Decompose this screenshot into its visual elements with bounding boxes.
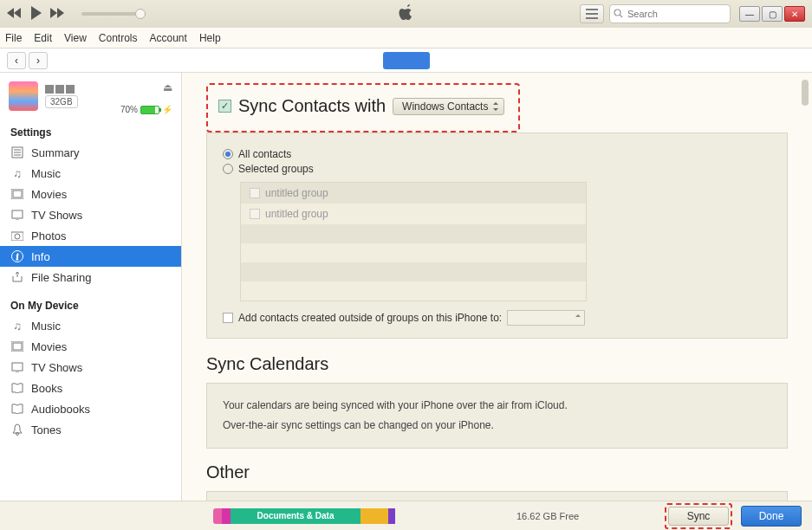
add-outside-dropdown[interactable] (507, 310, 585, 326)
sync-contacts-checkbox[interactable]: ✓ (218, 100, 231, 113)
storage-segment (388, 508, 395, 524)
next-button[interactable] (50, 7, 66, 22)
sidebar-device-movies[interactable]: Movies (0, 336, 181, 357)
radio-label: All contacts (238, 148, 291, 160)
sidebar-item-label: Movies (31, 340, 67, 353)
svg-rect-16 (12, 363, 23, 371)
storage-segment (361, 508, 388, 524)
scrollbar[interactable] (802, 73, 810, 506)
sidebar-device-audiobooks[interactable]: Audiobooks (0, 398, 181, 419)
svg-text:i: i (16, 252, 19, 262)
calendars-line2: Over-the-air sync settings can be change… (223, 416, 771, 436)
maximize-button[interactable]: ▢ (762, 6, 783, 22)
sidebar-item-info[interactable]: iInfo (0, 246, 181, 267)
group-row[interactable]: untitled group (241, 183, 586, 204)
sidebar-item-label: Music (31, 167, 61, 180)
device-pill[interactable] (383, 52, 430, 69)
storage-segment-docs: Documents & Data (231, 508, 361, 524)
sync-contacts-title: Sync Contacts with (238, 96, 386, 116)
calendars-panel: Your calendars are being synced with you… (206, 383, 788, 449)
calendars-line1: Your calendars are being synced with you… (223, 396, 771, 416)
svg-point-11 (15, 234, 20, 239)
volume-slider[interactable] (81, 12, 142, 16)
sidebar-item-label: Movies (31, 188, 67, 201)
menu-edit[interactable]: Edit (34, 32, 52, 44)
group-row[interactable]: untitled group (241, 204, 586, 224)
group-row-empty (241, 243, 586, 262)
info-icon: i (10, 249, 24, 263)
free-space-label: 16.62 GB Free (516, 511, 579, 521)
device-thumbnail (9, 81, 38, 111)
battery-icon (140, 106, 159, 114)
on-my-device-heading: On My Device (0, 294, 181, 315)
storage-segment (213, 508, 222, 524)
menu-account[interactable]: Account (150, 32, 187, 44)
sidebar-item-label: TV Shows (31, 361, 82, 374)
group-row-empty (241, 262, 586, 281)
books-icon (10, 381, 24, 395)
minimize-button[interactable]: — (739, 6, 760, 22)
prev-button[interactable] (7, 7, 23, 22)
svg-rect-15 (13, 343, 22, 350)
sidebar-item-music[interactable]: ♫Music (0, 163, 181, 184)
sidebar-item-label: Tones (31, 423, 62, 436)
sidebar-device-books[interactable]: Books (0, 378, 181, 398)
sync-button[interactable]: Sync (668, 507, 729, 526)
sidebar-device-tvshows[interactable]: TV Shows (0, 357, 181, 378)
tones-icon (10, 423, 24, 436)
radio-label: Selected groups (238, 163, 314, 175)
menu-help[interactable]: Help (199, 32, 221, 44)
group-label: untitled group (265, 208, 328, 220)
group-row-empty (241, 224, 586, 243)
movies-icon (10, 339, 24, 353)
svg-point-0 (614, 10, 620, 16)
sync-contacts-dropdown[interactable]: Windows Contacts (393, 98, 504, 115)
sync-button-highlight: Sync (665, 503, 732, 529)
sidebar-item-tvshows[interactable]: TV Shows (0, 204, 181, 225)
sidebar-device-tones[interactable]: Tones (0, 419, 181, 440)
done-button[interactable]: Done (741, 506, 802, 527)
search-field[interactable] (609, 4, 731, 23)
menu-file[interactable]: File (5, 32, 22, 44)
sidebar-item-movies[interactable]: Movies (0, 184, 181, 204)
sidebar-item-label: Books (31, 382, 62, 395)
contacts-panel: All contacts Selected groups untitled gr… (206, 132, 788, 339)
sync-contacts-highlight: ✓ Sync Contacts with Windows Contacts (206, 83, 520, 132)
sync-calendars-title: Sync Calendars (206, 354, 788, 374)
share-icon (10, 270, 24, 284)
add-outside-contacts-row[interactable]: Add contacts created outside of groups o… (223, 310, 771, 326)
sidebar-item-label: TV Shows (31, 209, 82, 222)
sidebar-item-summary[interactable]: Summary (0, 142, 181, 163)
settings-heading: Settings (0, 121, 181, 142)
eject-icon[interactable]: ⏏ (163, 81, 172, 94)
sidebar-item-label: File Sharing (31, 271, 91, 284)
device-name (45, 85, 172, 94)
radio-icon (223, 149, 233, 159)
menu-view[interactable]: View (64, 32, 87, 44)
menu-bar: File Edit View Controls Account Help (0, 28, 812, 48)
svg-rect-8 (12, 210, 23, 218)
battery-indicator: 70% ⚡ (120, 105, 172, 114)
sidebar-item-photos[interactable]: Photos (0, 225, 181, 246)
svg-point-18 (16, 433, 19, 436)
groups-list: untitled group untitled group (240, 182, 587, 301)
storage-segment (222, 508, 231, 524)
device-header: 32GB ⏏ 70% ⚡ (0, 78, 181, 118)
storage-bar: Documents & Data (213, 508, 473, 524)
play-button[interactable] (29, 5, 43, 23)
tv-icon (10, 208, 24, 222)
radio-all-contacts[interactable]: All contacts (223, 148, 771, 160)
sidebar-device-music[interactable]: ♫Music (0, 315, 181, 336)
search-input[interactable] (609, 4, 731, 23)
list-view-button[interactable] (580, 4, 604, 23)
back-button[interactable]: ‹ (7, 52, 26, 69)
audiobooks-icon (10, 402, 24, 416)
checkbox-icon (223, 313, 233, 323)
group-row-empty (241, 281, 586, 301)
radio-selected-groups[interactable]: Selected groups (223, 163, 771, 175)
tv-icon (10, 360, 24, 374)
close-button[interactable]: ✕ (784, 6, 805, 22)
forward-button[interactable]: › (29, 52, 48, 69)
menu-controls[interactable]: Controls (99, 32, 138, 44)
sidebar-item-filesharing[interactable]: File Sharing (0, 267, 181, 288)
